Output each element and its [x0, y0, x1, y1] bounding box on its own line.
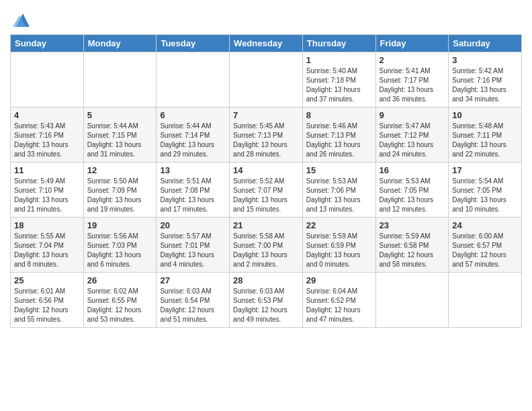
day-info: Sunrise: 5:56 AMSunset: 7:03 PMDaylight:…: [87, 232, 153, 269]
day-cell: 20Sunrise: 5:57 AMSunset: 7:01 PMDayligh…: [157, 218, 230, 273]
day-cell: 12Sunrise: 5:50 AMSunset: 7:09 PMDayligh…: [83, 163, 157, 218]
day-info: Sunrise: 6:03 AMSunset: 6:53 PMDaylight:…: [233, 287, 299, 324]
col-header-sunday: Sunday: [11, 35, 84, 52]
day-info: Sunrise: 6:00 AMSunset: 6:57 PMDaylight:…: [452, 232, 518, 269]
day-cell: 19Sunrise: 5:56 AMSunset: 7:03 PMDayligh…: [83, 218, 157, 273]
day-info: Sunrise: 5:43 AMSunset: 7:16 PMDaylight:…: [14, 122, 80, 159]
day-cell: 9Sunrise: 5:47 AMSunset: 7:12 PMDaylight…: [375, 107, 449, 163]
day-info: Sunrise: 5:51 AMSunset: 7:08 PMDaylight:…: [160, 177, 226, 214]
day-info: Sunrise: 5:44 AMSunset: 7:15 PMDaylight:…: [87, 122, 153, 159]
day-number: 25: [14, 275, 80, 285]
day-info: Sunrise: 5:59 AMSunset: 6:58 PMDaylight:…: [380, 232, 445, 269]
day-info: Sunrise: 5:58 AMSunset: 7:00 PMDaylight:…: [233, 232, 299, 269]
day-cell: 24Sunrise: 6:00 AMSunset: 6:57 PMDayligh…: [449, 218, 522, 273]
day-number: 15: [306, 165, 372, 175]
day-number: 7: [233, 110, 299, 120]
header-row: SundayMondayTuesdayWednesdayThursdayFrid…: [11, 35, 522, 52]
day-info: Sunrise: 5:40 AMSunset: 7:18 PMDaylight:…: [306, 66, 372, 104]
header: [10, 7, 522, 30]
day-number: 9: [380, 110, 445, 120]
day-info: Sunrise: 5:54 AMSunset: 7:05 PMDaylight:…: [452, 177, 518, 214]
day-info: Sunrise: 5:46 AMSunset: 7:13 PMDaylight:…: [306, 122, 372, 159]
day-number: 28: [233, 275, 299, 285]
logo: [10, 10, 33, 30]
day-cell: 29Sunrise: 6:04 AMSunset: 6:52 PMDayligh…: [302, 273, 375, 328]
day-info: Sunrise: 5:53 AMSunset: 7:06 PMDaylight:…: [306, 177, 372, 214]
day-cell: 18Sunrise: 5:55 AMSunset: 7:04 PMDayligh…: [11, 218, 84, 273]
day-info: Sunrise: 5:48 AMSunset: 7:11 PMDaylight:…: [452, 122, 518, 159]
day-number: 13: [160, 165, 226, 175]
day-cell: 25Sunrise: 6:01 AMSunset: 6:56 PMDayligh…: [11, 273, 84, 328]
day-number: 22: [306, 220, 372, 230]
day-cell: 7Sunrise: 5:45 AMSunset: 7:13 PMDaylight…: [230, 107, 303, 163]
day-cell: 28Sunrise: 6:03 AMSunset: 6:53 PMDayligh…: [230, 273, 303, 328]
col-header-monday: Monday: [83, 35, 157, 52]
week-row-5: 25Sunrise: 6:01 AMSunset: 6:56 PMDayligh…: [11, 273, 522, 328]
day-number: 17: [452, 165, 518, 175]
day-number: 6: [160, 110, 226, 120]
col-header-wednesday: Wednesday: [230, 35, 303, 52]
logo-icon: [13, 10, 33, 30]
day-number: 1: [306, 55, 372, 65]
day-number: 29: [306, 275, 372, 285]
day-number: 27: [160, 275, 226, 285]
day-cell: 5Sunrise: 5:44 AMSunset: 7:15 PMDaylight…: [83, 107, 157, 163]
day-number: 4: [14, 110, 80, 120]
day-cell: 1Sunrise: 5:40 AMSunset: 7:18 PMDaylight…: [302, 52, 375, 107]
day-number: 3: [452, 55, 518, 65]
day-cell: 14Sunrise: 5:52 AMSunset: 7:07 PMDayligh…: [230, 163, 303, 218]
day-number: 18: [14, 220, 80, 230]
day-info: Sunrise: 5:57 AMSunset: 7:01 PMDaylight:…: [160, 232, 226, 269]
day-cell: 21Sunrise: 5:58 AMSunset: 7:00 PMDayligh…: [230, 218, 303, 273]
day-number: 12: [87, 165, 153, 175]
day-info: Sunrise: 5:53 AMSunset: 7:05 PMDaylight:…: [380, 177, 445, 214]
day-cell: 22Sunrise: 5:59 AMSunset: 6:59 PMDayligh…: [302, 218, 375, 273]
day-number: 16: [380, 165, 445, 175]
day-cell: 10Sunrise: 5:48 AMSunset: 7:11 PMDayligh…: [449, 107, 522, 163]
col-header-tuesday: Tuesday: [157, 35, 230, 52]
col-header-thursday: Thursday: [302, 35, 375, 52]
week-row-1: 1Sunrise: 5:40 AMSunset: 7:18 PMDaylight…: [11, 52, 522, 107]
day-info: Sunrise: 6:04 AMSunset: 6:52 PMDaylight:…: [306, 287, 372, 324]
day-cell: [83, 52, 157, 107]
day-cell: 17Sunrise: 5:54 AMSunset: 7:05 PMDayligh…: [449, 163, 522, 218]
day-info: Sunrise: 5:45 AMSunset: 7:13 PMDaylight:…: [233, 122, 299, 159]
day-cell: 3Sunrise: 5:42 AMSunset: 7:16 PMDaylight…: [449, 52, 522, 107]
day-number: 20: [160, 220, 226, 230]
day-number: 14: [233, 165, 299, 175]
day-info: Sunrise: 5:59 AMSunset: 6:59 PMDaylight:…: [306, 232, 372, 269]
day-cell: 4Sunrise: 5:43 AMSunset: 7:16 PMDaylight…: [11, 107, 84, 163]
day-info: Sunrise: 5:42 AMSunset: 7:16 PMDaylight:…: [452, 66, 518, 104]
day-cell: [11, 52, 84, 107]
day-info: Sunrise: 5:44 AMSunset: 7:14 PMDaylight:…: [160, 122, 226, 159]
day-cell: 26Sunrise: 6:02 AMSunset: 6:55 PMDayligh…: [83, 273, 157, 328]
day-number: 26: [87, 275, 153, 285]
day-info: Sunrise: 6:02 AMSunset: 6:55 PMDaylight:…: [87, 287, 153, 324]
day-info: Sunrise: 5:47 AMSunset: 7:12 PMDaylight:…: [380, 122, 445, 159]
week-row-3: 11Sunrise: 5:49 AMSunset: 7:10 PMDayligh…: [11, 163, 522, 218]
day-cell: 16Sunrise: 5:53 AMSunset: 7:05 PMDayligh…: [375, 163, 449, 218]
day-number: 23: [380, 220, 445, 230]
col-header-friday: Friday: [375, 35, 449, 52]
page: SundayMondayTuesdayWednesdayThursdayFrid…: [0, 0, 532, 334]
day-cell: 11Sunrise: 5:49 AMSunset: 7:10 PMDayligh…: [11, 163, 84, 218]
day-cell: 13Sunrise: 5:51 AMSunset: 7:08 PMDayligh…: [157, 163, 230, 218]
day-number: 2: [380, 55, 445, 65]
col-header-saturday: Saturday: [449, 35, 522, 52]
day-number: 11: [14, 165, 80, 175]
day-info: Sunrise: 5:50 AMSunset: 7:09 PMDaylight:…: [87, 177, 153, 214]
day-number: 21: [233, 220, 299, 230]
day-number: 5: [87, 110, 153, 120]
day-cell: [375, 273, 449, 328]
day-cell: [230, 52, 303, 107]
day-info: Sunrise: 5:55 AMSunset: 7:04 PMDaylight:…: [14, 232, 80, 269]
day-info: Sunrise: 6:03 AMSunset: 6:54 PMDaylight:…: [160, 287, 226, 324]
day-cell: 2Sunrise: 5:41 AMSunset: 7:17 PMDaylight…: [375, 52, 449, 107]
day-info: Sunrise: 5:49 AMSunset: 7:10 PMDaylight:…: [14, 177, 80, 214]
day-cell: [449, 273, 522, 328]
day-cell: 15Sunrise: 5:53 AMSunset: 7:06 PMDayligh…: [302, 163, 375, 218]
day-cell: 27Sunrise: 6:03 AMSunset: 6:54 PMDayligh…: [157, 273, 230, 328]
day-cell: 23Sunrise: 5:59 AMSunset: 6:58 PMDayligh…: [375, 218, 449, 273]
day-number: 10: [452, 110, 518, 120]
day-cell: 8Sunrise: 5:46 AMSunset: 7:13 PMDaylight…: [302, 107, 375, 163]
